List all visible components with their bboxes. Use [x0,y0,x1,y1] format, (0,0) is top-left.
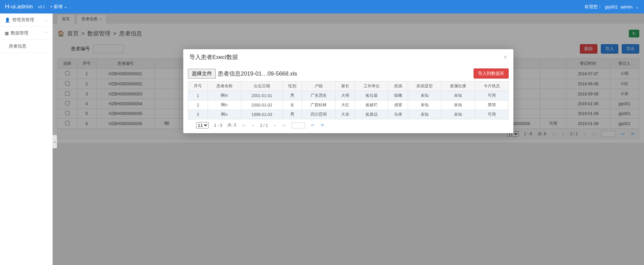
welcome-label: 欢迎您： [585,4,602,10]
table-cell: 2 [188,100,208,110]
content-area: ◂ 首页 患者信息 × 🏠 首页 > 数据管理 > 患者信息 ↻ [53,13,644,265]
table-cell: 捡破烂 [355,100,388,110]
table-header: 疾病亚型 [408,82,441,91]
table-cell: 啊n [208,100,241,110]
table-cell: 未知 [441,100,475,110]
refresh-icon[interactable]: ⟳ [320,123,325,127]
close-icon[interactable]: × [503,53,507,61]
table-cell: 啊o [208,110,241,119]
table-header: 序号 [188,82,208,91]
sidebar-item-patient[interactable]: 患者信息 [0,40,52,53]
app-title: H-ui.admin [5,3,33,10]
table-header: 患者名称 [208,82,241,91]
import-modal: 导入患者Execl数据 × 选择文件 患者信息2019-01…09-5668.x… [183,49,513,133]
sidebar-item-admin[interactable]: 👤 管理员管理 ⌄ [0,13,52,27]
table-cell: 男 [283,110,302,119]
page-jump-input[interactable] [292,122,305,128]
table-row[interactable]: 3啊o1999-01-03男四川昆明大东捡废品头疼未知未知可用 [188,110,509,119]
table-cell: 未知 [408,91,441,100]
current-role[interactable]: admin [621,4,633,9]
pager-page: 1 / 1 [260,123,268,128]
add-dropdown[interactable]: + 新增 ⌄ [50,4,68,10]
top-header: H-ui.admin v3.1 + 新增 ⌄ 欢迎您： gly001 admin… [0,0,644,13]
table-header: 疾病 [388,82,408,91]
modal-data-table: 序号患者名称出生日期性别户籍家长工作单位疾病疾病亚型隶属社康卡片状态 1啊m20… [188,81,509,119]
table-cell: 男 [283,91,302,100]
page-size-select[interactable]: 11 [196,122,209,128]
last-page-icon[interactable]: ▸| [282,123,287,127]
current-user[interactable]: gly001 [605,4,618,9]
table-cell: 未知 [408,110,441,119]
table-header: 家长 [336,82,355,91]
import-to-db-button[interactable]: 导入到数据库 [474,68,509,79]
table-cell: 可用 [475,110,508,119]
table-header: 出生日期 [241,82,283,91]
table-cell: 感冒 [388,100,408,110]
sidebar-item-data[interactable]: ▦ 数据管理 ⌃ [0,27,52,40]
table-cell: 啊m [208,91,241,100]
chevron-up-icon: ⌃ [45,31,48,35]
modal-header: 导入患者Execl数据 × [183,49,513,65]
chevron-down-icon: ⌄ [45,18,48,22]
sidebar-item-label: 管理员管理 [12,17,34,23]
table-cell: 广西桂林 [302,100,336,110]
table-cell: 四川昆明 [302,110,336,119]
modal-title: 导入患者Execl数据 [189,53,238,61]
chevron-down-icon: ⌄ [64,4,68,9]
table-cell: 未知 [441,91,475,100]
modal-pager: 11 1 - 3 共: 3 |◂ ◂ 1 / 1 ▸ ▸| ↩ ⟳ [183,119,513,130]
table-cell: 捡垃圾 [355,91,388,100]
choose-file-button[interactable]: 选择文件 [188,69,216,79]
app-version: v3.1 [38,5,45,9]
header-left: H-ui.admin v3.1 + 新增 ⌄ [5,3,68,10]
sidebar-item-label: 数据管理 [11,30,28,36]
table-cell: 1999-01-03 [241,110,283,119]
table-row[interactable]: 2啊n2000-01-02女广西桂林大红捡破烂感冒未知未知禁用 [188,100,509,110]
table-header: 隶属社康 [441,82,475,91]
table-cell: 未知 [408,100,441,110]
table-cell: 大红 [336,100,355,110]
prev-page-icon[interactable]: ◂ [251,123,254,127]
next-page-icon[interactable]: ▸ [273,123,277,127]
table-header: 户籍 [302,82,336,91]
table-cell: 女 [283,100,302,110]
table-row[interactable]: 1啊m2001-01-01男广东茂名大明捡垃圾咳嗽未知未知可用 [188,91,509,100]
table-header: 性别 [283,82,302,91]
table-cell: 大明 [336,91,355,100]
go-icon[interactable]: ↩ [311,123,315,127]
pager-range: 1 - 3 [214,123,222,128]
pager-total: 共: 3 [227,122,236,128]
table-cell: 未知 [441,110,475,119]
table-header: 工作单位 [355,82,388,91]
user-icon: 👤 [5,18,10,23]
table-cell: 广东茂名 [302,91,336,100]
table-cell: 捡废品 [355,110,388,119]
chevron-down-icon: ⌄ [635,4,639,9]
table-cell: 头疼 [388,110,408,119]
modal-toolbar: 选择文件 患者信息2019-01…09-5668.xls 导入到数据库 [183,65,513,81]
table-cell: 3 [188,110,208,119]
selected-file-name: 患者信息2019-01…09-5668.xls [218,70,297,78]
table-header: 卡片状态 [475,82,508,91]
table-cell: 咳嗽 [388,91,408,100]
grid-icon: ▦ [5,31,9,36]
first-page-icon[interactable]: |◂ [241,123,246,127]
sidebar: 👤 管理员管理 ⌄ ▦ 数据管理 ⌃ 患者信息 [0,13,53,265]
table-cell: 大东 [336,110,355,119]
table-cell: 1 [188,91,208,100]
table-cell: 禁用 [475,100,508,110]
table-cell: 可用 [475,91,508,100]
sidebar-item-label: 患者信息 [9,43,26,49]
sidebar-collapse-handle[interactable]: ◂ [52,135,57,148]
header-right: 欢迎您： gly001 admin ⌄ [585,4,639,10]
table-cell: 2001-01-01 [241,91,283,100]
table-cell: 2000-01-02 [241,100,283,110]
